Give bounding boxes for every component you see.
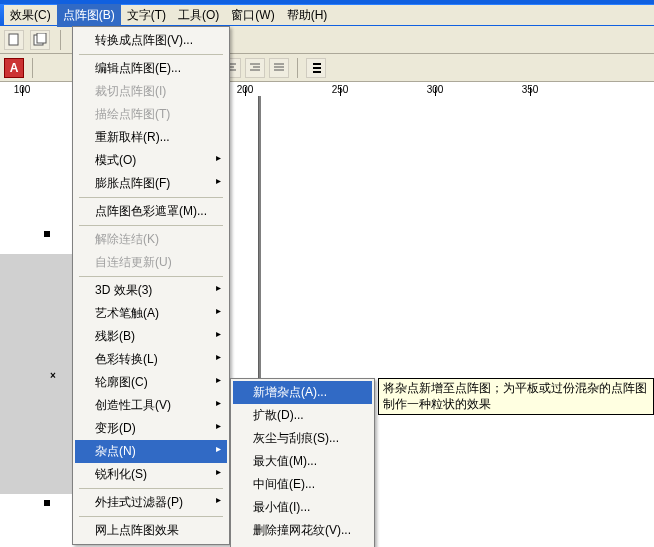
menu-separator [79, 516, 223, 517]
menu-crop-bitmap: 裁切点阵图(I) [75, 80, 227, 103]
menubar: 效果(C) 点阵图(B) 文字(T) 工具(O) 窗口(W) 帮助(H) [4, 5, 654, 25]
doc1-icon[interactable] [4, 30, 24, 50]
menu-resample[interactable]: 重新取样(R)... [75, 126, 227, 149]
menu-contour[interactable]: 轮廓图(C) [75, 371, 227, 394]
menu-creative[interactable]: 创造性工具(V) [75, 394, 227, 417]
menu-trace-bitmap: 描绘点阵图(T) [75, 103, 227, 126]
align-right-icon[interactable] [306, 58, 326, 78]
menu-plugins[interactable]: 外挂式过滤器(P) [75, 491, 227, 514]
menu-noise[interactable]: 杂点(N) [75, 440, 227, 463]
menu-inflate-bitmap[interactable]: 膨胀点阵图(F) [75, 172, 227, 195]
tooltip: 将杂点新增至点阵图；为平板或过份混杂的点阵图制作一种粒状的效果 [378, 378, 654, 415]
selection-handle[interactable] [44, 500, 50, 506]
menu-convert-bitmap[interactable]: 转换成点阵图(V)... [75, 29, 227, 52]
selection-handle[interactable] [44, 231, 50, 237]
svg-rect-0 [9, 34, 18, 45]
menu-text[interactable]: 文字(T) [121, 4, 172, 27]
menu-web-bitmap[interactable]: 网上点阵图效果 [75, 519, 227, 542]
submenu-dust-scratch[interactable]: 灰尘与刮痕(S)... [233, 427, 372, 450]
separator [60, 30, 61, 50]
menu-break-link: 解除连结(K) [75, 228, 227, 251]
menu-bitmap[interactable]: 点阵图(B) [57, 4, 121, 27]
menu-effects[interactable]: 效果(C) [4, 4, 57, 27]
submenu-maximum[interactable]: 最大值(M)... [233, 450, 372, 473]
menu-sharpen[interactable]: 锐利化(S) [75, 463, 227, 486]
menu-color-transform[interactable]: 色彩转换(L) [75, 348, 227, 371]
svg-rect-2 [37, 33, 46, 43]
menu-art-strokes[interactable]: 艺术笔触(A) [75, 302, 227, 325]
align4-icon[interactable] [269, 58, 289, 78]
menu-separator [79, 276, 223, 277]
menu-distort[interactable]: 变形(D) [75, 417, 227, 440]
menu-separator [79, 225, 223, 226]
menu-mode[interactable]: 模式(O) [75, 149, 227, 172]
submenu-median[interactable]: 中间值(E)... [233, 473, 372, 496]
center-mark: × [50, 370, 56, 381]
submenu-remove-noise[interactable]: 删除杂点(N)... [233, 542, 372, 547]
submenu-add-noise[interactable]: 新增杂点(A)... [233, 381, 372, 404]
menu-update-link: 自连结更新(U) [75, 251, 227, 274]
separator [32, 58, 33, 78]
submenu-minimum[interactable]: 最小值(I)... [233, 496, 372, 519]
submenu-remove-moire[interactable]: 删除撞网花纹(V)... [233, 519, 372, 542]
menu-window[interactable]: 窗口(W) [225, 4, 280, 27]
submenu-diffuse[interactable]: 扩散(D)... [233, 404, 372, 427]
menu-3d-effects[interactable]: 3D 效果(3) [75, 279, 227, 302]
menu-separator [79, 54, 223, 55]
menu-help[interactable]: 帮助(H) [281, 4, 334, 27]
separator [297, 58, 298, 78]
bitmap-menu-dropdown: 转换成点阵图(V)... 编辑点阵图(E)... 裁切点阵图(I) 描绘点阵图(… [72, 26, 230, 545]
menu-color-mask[interactable]: 点阵图色彩遮罩(M)... [75, 200, 227, 223]
a-icon[interactable]: A [4, 58, 24, 78]
menu-edit-bitmap[interactable]: 编辑点阵图(E)... [75, 57, 227, 80]
menu-separator [79, 197, 223, 198]
doc2-icon[interactable] [30, 30, 50, 50]
noise-submenu: 新增杂点(A)... 扩散(D)... 灰尘与刮痕(S)... 最大值(M)..… [230, 378, 375, 547]
menu-tools[interactable]: 工具(O) [172, 4, 225, 27]
menu-separator [79, 488, 223, 489]
menu-blur[interactable]: 残影(B) [75, 325, 227, 348]
align3-icon[interactable] [245, 58, 265, 78]
